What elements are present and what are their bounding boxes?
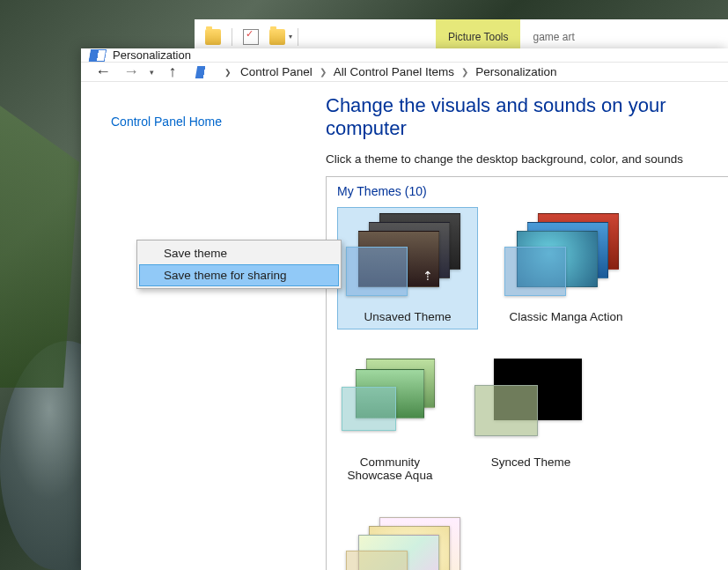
theme-thumbnail: ⇡ [346,213,469,301]
history-dropdown-icon[interactable]: ▾ [150,68,154,77]
control-panel-icon[interactable] [195,66,213,78]
navigation-bar: ← → ▾ ↑ ❯ Control Panel ❯ All Control Pa… [81,62,728,82]
breadcrumb-item[interactable]: Personalization [475,65,556,78]
breadcrumb-item[interactable]: Control Panel [240,65,313,78]
theme-thumbnail [469,359,592,447]
window-title: Personalization [113,48,191,62]
chevron-right-icon[interactable]: ❯ [224,68,232,77]
theme-label: Community Showcase Aqua [343,455,437,482]
checkbox-icon[interactable] [243,29,259,45]
separator [298,28,298,46]
folder-icon[interactable] [269,29,285,45]
themes-panel: My Themes (10) ⇡ Unsaved Theme [326,176,728,570]
menu-save-theme[interactable]: Save theme [139,242,339,264]
themes-grid: ⇡ Unsaved Theme Classic [337,207,728,570]
chevron-right-icon[interactable]: ❯ [461,67,468,77]
page-heading: Change the visuals and sounds on your co… [326,94,728,140]
content-area: Change the visuals and sounds on your co… [319,82,728,570]
separator [232,28,232,46]
menu-save-theme-sharing[interactable]: Save theme for sharing [139,264,339,286]
theme-label: Classic Manga Action [509,310,622,323]
up-button[interactable]: ↑ [163,63,182,81]
personalization-icon [89,49,107,62]
theme-unsaved[interactable]: ⇡ Unsaved Theme [337,207,478,329]
theme-daydream[interactable]: 白日夢 (Daydream) [337,511,478,570]
context-menu: Save theme Save theme for sharing [136,240,342,289]
folder-icon[interactable] [205,29,221,45]
breadcrumb-item[interactable]: All Control Panel Items [334,65,454,78]
back-button[interactable]: ← [93,63,113,81]
sidebar: Control Panel Home [81,82,319,570]
theme-synced[interactable]: Synced Theme [460,352,601,488]
window-titlebar[interactable]: Personalization [81,48,728,62]
cursor-icon: ⇡ [423,269,433,283]
breadcrumb: Control Panel ❯ All Control Panel Items … [240,65,556,78]
theme-community-aqua[interactable]: Community Showcase Aqua [337,352,443,488]
page-subtext: Click a theme to change the desktop back… [326,152,728,166]
section-my-themes: My Themes (10) [337,184,728,198]
chevron-right-icon[interactable]: ❯ [320,67,327,77]
theme-thumbnail [346,517,469,570]
dropdown-caret-icon[interactable]: ▾ [289,33,292,41]
theme-thumbnail [504,213,628,301]
personalization-window: Personalization ← → ▾ ↑ ❯ Control Panel … [81,48,728,570]
theme-thumbnail [342,359,438,447]
theme-label: Synced Theme [491,455,571,469]
forward-button: → [121,63,141,81]
theme-label: Unsaved Theme [364,310,452,323]
theme-classic-manga[interactable]: Classic Manga Action [496,207,636,329]
control-panel-home-link[interactable]: Control Panel Home [111,115,222,129]
